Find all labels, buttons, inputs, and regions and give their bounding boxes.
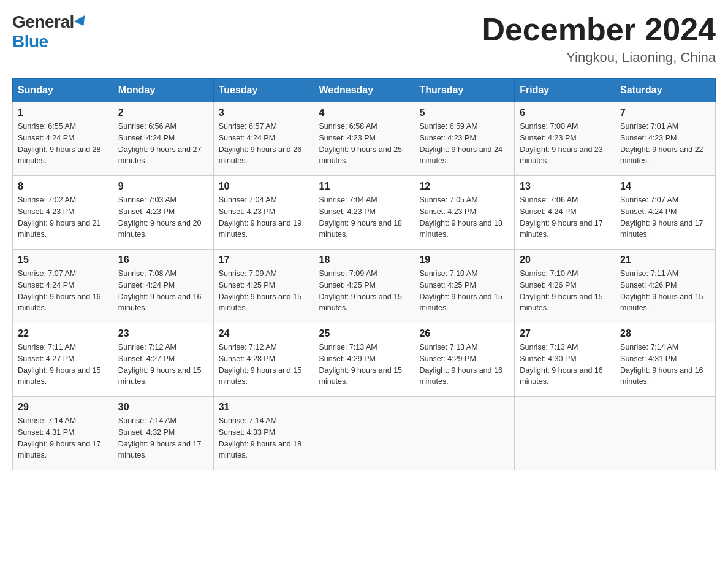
calendar-table: SundayMondayTuesdayWednesdayThursdayFrid… [12, 78, 716, 470]
day-number: 9 [118, 181, 208, 192]
calendar-header: SundayMondayTuesdayWednesdayThursdayFrid… [13, 79, 716, 102]
weekday-header-thursday: Thursday [414, 79, 515, 102]
day-number: 16 [118, 255, 208, 266]
day-info: Sunrise: 7:08 AMSunset: 4:24 PMDaylight:… [118, 269, 202, 312]
day-info: Sunrise: 6:56 AMSunset: 4:24 PMDaylight:… [118, 122, 202, 165]
calendar-week-3: 15 Sunrise: 7:07 AMSunset: 4:24 PMDaylig… [13, 250, 716, 323]
day-info: Sunrise: 6:57 AMSunset: 4:24 PMDaylight:… [219, 122, 302, 165]
day-info: Sunrise: 7:10 AMSunset: 4:25 PMDaylight:… [419, 269, 502, 312]
calendar-cell: 10 Sunrise: 7:04 AMSunset: 4:23 PMDaylig… [213, 176, 314, 250]
day-info: Sunrise: 7:13 AMSunset: 4:29 PMDaylight:… [419, 343, 502, 386]
day-info: Sunrise: 7:10 AMSunset: 4:26 PMDaylight:… [520, 269, 603, 312]
day-info: Sunrise: 6:59 AMSunset: 4:23 PMDaylight:… [419, 122, 502, 165]
calendar-cell: 15 Sunrise: 7:07 AMSunset: 4:24 PMDaylig… [13, 250, 113, 323]
day-info: Sunrise: 7:07 AMSunset: 4:24 PMDaylight:… [620, 196, 703, 239]
day-number: 10 [219, 181, 309, 192]
day-number: 20 [520, 255, 610, 266]
day-info: Sunrise: 7:02 AMSunset: 4:23 PMDaylight:… [18, 196, 101, 239]
logo: General Blue [12, 12, 88, 52]
day-number: 28 [620, 328, 710, 339]
day-info: Sunrise: 7:13 AMSunset: 4:30 PMDaylight:… [520, 343, 603, 386]
calendar-cell [414, 397, 515, 470]
calendar-cell: 21 Sunrise: 7:11 AMSunset: 4:26 PMDaylig… [615, 250, 716, 323]
day-info: Sunrise: 7:14 AMSunset: 4:31 PMDaylight:… [620, 343, 703, 386]
calendar-cell: 11 Sunrise: 7:04 AMSunset: 4:23 PMDaylig… [314, 176, 414, 250]
day-number: 17 [219, 255, 309, 266]
day-number: 12 [419, 181, 509, 192]
calendar-cell: 14 Sunrise: 7:07 AMSunset: 4:24 PMDaylig… [615, 176, 716, 250]
calendar-body: 1 Sunrise: 6:55 AMSunset: 4:24 PMDayligh… [13, 102, 716, 470]
day-number: 26 [419, 328, 509, 339]
day-number: 4 [319, 107, 409, 118]
day-info: Sunrise: 7:14 AMSunset: 4:33 PMDaylight:… [219, 416, 302, 459]
calendar-cell: 19 Sunrise: 7:10 AMSunset: 4:25 PMDaylig… [414, 250, 515, 323]
weekday-header-friday: Friday [515, 79, 615, 102]
day-info: Sunrise: 7:11 AMSunset: 4:27 PMDaylight:… [18, 343, 101, 386]
day-number: 29 [18, 402, 108, 413]
calendar-cell: 20 Sunrise: 7:10 AMSunset: 4:26 PMDaylig… [515, 250, 615, 323]
calendar-cell: 26 Sunrise: 7:13 AMSunset: 4:29 PMDaylig… [414, 323, 515, 397]
calendar-cell: 9 Sunrise: 7:03 AMSunset: 4:23 PMDayligh… [113, 176, 213, 250]
day-number: 31 [219, 402, 309, 413]
calendar-cell: 5 Sunrise: 6:59 AMSunset: 4:23 PMDayligh… [414, 102, 515, 176]
day-info: Sunrise: 7:03 AMSunset: 4:23 PMDaylight:… [118, 196, 202, 239]
day-info: Sunrise: 7:14 AMSunset: 4:32 PMDaylight:… [118, 416, 202, 459]
day-number: 25 [319, 328, 409, 339]
calendar-cell: 16 Sunrise: 7:08 AMSunset: 4:24 PMDaylig… [113, 250, 213, 323]
day-number: 14 [620, 181, 710, 192]
day-info: Sunrise: 7:09 AMSunset: 4:25 PMDaylight:… [219, 269, 302, 312]
day-number: 11 [319, 181, 409, 192]
weekday-header-sunday: Sunday [13, 79, 113, 102]
calendar-cell: 6 Sunrise: 7:00 AMSunset: 4:23 PMDayligh… [515, 102, 615, 176]
title-section: December 2024 Yingkou, Liaoning, China [482, 12, 716, 66]
logo-general-text: General [12, 12, 74, 32]
day-info: Sunrise: 7:04 AMSunset: 4:23 PMDaylight:… [219, 196, 302, 239]
calendar-cell: 13 Sunrise: 7:06 AMSunset: 4:24 PMDaylig… [515, 176, 615, 250]
weekday-header-wednesday: Wednesday [314, 79, 414, 102]
calendar-week-1: 1 Sunrise: 6:55 AMSunset: 4:24 PMDayligh… [13, 102, 716, 176]
day-number: 15 [18, 255, 108, 266]
location-title: Yingkou, Liaoning, China [482, 50, 716, 66]
day-info: Sunrise: 6:55 AMSunset: 4:24 PMDaylight:… [18, 122, 101, 165]
day-number: 6 [520, 107, 610, 118]
calendar-cell: 2 Sunrise: 6:56 AMSunset: 4:24 PMDayligh… [113, 102, 213, 176]
day-number: 7 [620, 107, 710, 118]
day-info: Sunrise: 7:09 AMSunset: 4:25 PMDaylight:… [319, 269, 403, 312]
calendar-week-5: 29 Sunrise: 7:14 AMSunset: 4:31 PMDaylig… [13, 397, 716, 470]
day-info: Sunrise: 7:14 AMSunset: 4:31 PMDaylight:… [18, 416, 101, 459]
calendar-cell: 31 Sunrise: 7:14 AMSunset: 4:33 PMDaylig… [213, 397, 314, 470]
day-info: Sunrise: 7:12 AMSunset: 4:27 PMDaylight:… [118, 343, 202, 386]
calendar-cell: 23 Sunrise: 7:12 AMSunset: 4:27 PMDaylig… [113, 323, 213, 397]
calendar-cell: 28 Sunrise: 7:14 AMSunset: 4:31 PMDaylig… [615, 323, 716, 397]
day-number: 30 [118, 402, 208, 413]
day-number: 19 [419, 255, 509, 266]
calendar-cell: 24 Sunrise: 7:12 AMSunset: 4:28 PMDaylig… [213, 323, 314, 397]
day-info: Sunrise: 7:01 AMSunset: 4:23 PMDaylight:… [620, 122, 703, 165]
day-number: 27 [520, 328, 610, 339]
weekday-header-row: SundayMondayTuesdayWednesdayThursdayFrid… [13, 79, 716, 102]
logo-blue-text: Blue [12, 32, 48, 52]
calendar-cell: 3 Sunrise: 6:57 AMSunset: 4:24 PMDayligh… [213, 102, 314, 176]
day-info: Sunrise: 7:13 AMSunset: 4:29 PMDaylight:… [319, 343, 403, 386]
calendar-cell: 27 Sunrise: 7:13 AMSunset: 4:30 PMDaylig… [515, 323, 615, 397]
day-number: 22 [18, 328, 108, 339]
calendar-week-4: 22 Sunrise: 7:11 AMSunset: 4:27 PMDaylig… [13, 323, 716, 397]
calendar-week-2: 8 Sunrise: 7:02 AMSunset: 4:23 PMDayligh… [13, 176, 716, 250]
day-info: Sunrise: 7:07 AMSunset: 4:24 PMDaylight:… [18, 269, 101, 312]
calendar-cell: 30 Sunrise: 7:14 AMSunset: 4:32 PMDaylig… [113, 397, 213, 470]
day-info: Sunrise: 7:05 AMSunset: 4:23 PMDaylight:… [419, 196, 502, 239]
day-number: 23 [118, 328, 208, 339]
calendar-cell [515, 397, 615, 470]
calendar-cell: 18 Sunrise: 7:09 AMSunset: 4:25 PMDaylig… [314, 250, 414, 323]
calendar-cell: 1 Sunrise: 6:55 AMSunset: 4:24 PMDayligh… [13, 102, 113, 176]
calendar-cell: 4 Sunrise: 6:58 AMSunset: 4:23 PMDayligh… [314, 102, 414, 176]
calendar-cell [314, 397, 414, 470]
day-info: Sunrise: 7:12 AMSunset: 4:28 PMDaylight:… [219, 343, 302, 386]
day-number: 3 [219, 107, 309, 118]
calendar-cell: 29 Sunrise: 7:14 AMSunset: 4:31 PMDaylig… [13, 397, 113, 470]
logo-triangle-icon [74, 15, 89, 29]
weekday-header-tuesday: Tuesday [213, 79, 314, 102]
day-info: Sunrise: 7:04 AMSunset: 4:23 PMDaylight:… [319, 196, 403, 239]
day-number: 13 [520, 181, 610, 192]
page-header: General Blue December 2024 Yingkou, Liao… [12, 12, 716, 66]
